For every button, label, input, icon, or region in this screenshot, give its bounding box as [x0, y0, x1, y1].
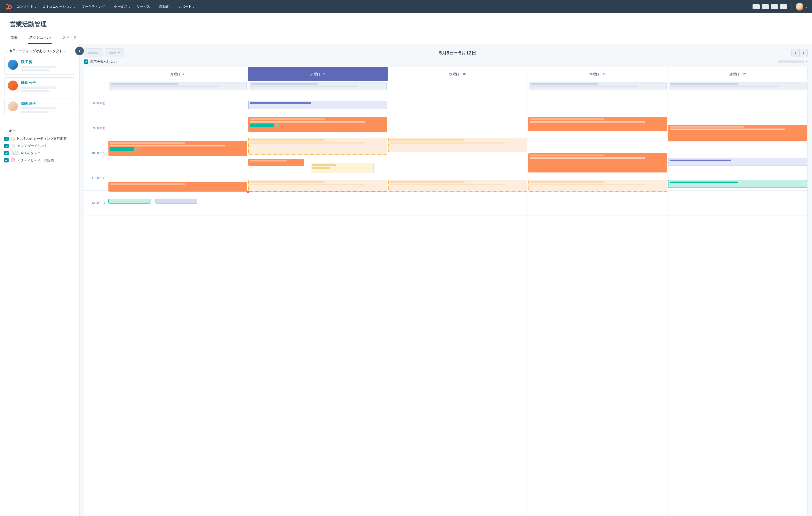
calendar-event[interactable]	[109, 199, 150, 204]
next-week-button[interactable]	[800, 49, 808, 57]
checkbox-icon[interactable]	[4, 144, 8, 148]
chevron-down-icon: ⌄	[193, 5, 195, 8]
key-item-calendar[interactable]: カレンダーイベント	[4, 144, 75, 148]
time-label: 9:00 午前	[84, 116, 108, 141]
swatch-icon	[11, 159, 15, 162]
checkbox-icon[interactable]	[4, 137, 8, 141]
chevron-down-icon: ⌄	[128, 5, 130, 8]
allday-event[interactable]	[529, 82, 667, 90]
calendar-event[interactable]	[528, 117, 667, 131]
calendar-event[interactable]: ⌄	[109, 141, 247, 156]
date-range-title: 5月8日〜5月12日	[126, 50, 789, 56]
swatch-icon	[11, 137, 15, 141]
sidebar-key-header[interactable]: ⌄ キー	[4, 129, 75, 133]
checkbox-icon[interactable]	[4, 151, 8, 155]
user-avatar[interactable]	[796, 3, 804, 10]
key-item-meetings[interactable]: HubSpotのミーティング日程調整	[4, 137, 75, 141]
time-label: 10:00 午前	[84, 141, 108, 166]
hide-weekend-checkbox[interactable]: 週末を表示しない	[84, 59, 117, 64]
tab-schedule[interactable]: スケジュール	[28, 35, 52, 44]
nav-contacts[interactable]: コンタクト⌄	[17, 4, 36, 9]
calendar-event[interactable]	[249, 180, 387, 192]
allday-event[interactable]	[249, 82, 387, 90]
nav-communication[interactable]: コミュニケーション⌄	[42, 4, 76, 9]
collapse-sidebar-button[interactable]	[75, 47, 84, 55]
day-col-fri: 金曜日 - 12	[668, 67, 808, 516]
chevron-down-icon: ⌄	[34, 5, 36, 8]
chevron-down-icon: ⌄	[4, 49, 7, 53]
tab-overview[interactable]: 概要	[9, 35, 19, 44]
hubspot-logo-icon[interactable]	[5, 3, 12, 10]
nav-sales[interactable]: セールス⌄	[114, 4, 130, 9]
chevron-down-icon: ⌄	[4, 129, 7, 133]
calendar-event[interactable]	[388, 138, 527, 152]
calendar-event[interactable]	[388, 180, 527, 192]
prev-week-button[interactable]	[791, 49, 800, 57]
day-header[interactable]: 水曜日 - 10	[388, 67, 527, 81]
calendar-event[interactable]	[528, 180, 667, 192]
calendar-event[interactable]	[249, 159, 304, 166]
time-label: 11:00 午前	[84, 166, 108, 191]
nav-service[interactable]: サービス⌄	[137, 4, 153, 9]
toolbar-dropdown[interactable]	[105, 49, 124, 57]
key-item-tasks[interactable]: 全てのタスク	[4, 151, 75, 155]
chevron-down-icon[interactable]: ⌄	[274, 123, 279, 127]
day-header[interactable]: 木曜日 - 11	[528, 67, 668, 81]
calendar-grid: 8:00 午前 9:00 午前 10:00 午前 11:00 午前 12:00 …	[84, 67, 808, 516]
nav-automation[interactable]: 自動化⌄	[159, 4, 172, 9]
nav-action-2[interactable]	[762, 4, 769, 9]
tab-bar: 概要 スケジュール フィード	[0, 35, 812, 44]
nav-action-4[interactable]	[780, 4, 787, 9]
calendar-event[interactable]	[668, 158, 807, 166]
chevron-down-icon	[805, 60, 808, 63]
swatch-icon	[11, 144, 15, 148]
tab-feed[interactable]: フィード	[61, 35, 77, 44]
chevron-down-icon[interactable]: ⌄	[135, 147, 139, 151]
chevron-down-icon: ⌄	[106, 5, 108, 8]
calendar-event[interactable]	[249, 138, 387, 154]
sidebar-meetings-header[interactable]: ⌄ 今日ミーティングがあるコンタクト…	[4, 49, 75, 53]
day-header[interactable]: 金曜日 - 12	[668, 67, 808, 81]
contact-card[interactable]: 浪江 賢	[4, 57, 75, 75]
day-col-thu: 木曜日 - 11	[528, 67, 668, 516]
nav-marketing[interactable]: マーケティング⌄	[82, 4, 108, 9]
contact-name: 浪江 賢	[21, 60, 71, 64]
key-item-activity[interactable]: アクティビティーの提案	[4, 158, 75, 163]
time-label: 12:00 午後	[84, 191, 108, 216]
chevron-down-icon[interactable]: ⌄	[805, 5, 807, 8]
chevron-down-icon: ⌄	[74, 5, 76, 8]
calendar-event[interactable]	[109, 182, 247, 192]
allday-event[interactable]	[669, 82, 807, 90]
calendar-event[interactable]	[668, 180, 807, 188]
view-selector[interactable]	[778, 60, 808, 63]
main-panel: 5月8日〜5月12日 週末を表示しない 8:00 午前 9:	[80, 44, 812, 516]
top-nav: コンタクト⌄ コミュニケーション⌄ マーケティング⌄ セールス⌄ サービス⌄ 自…	[0, 0, 812, 13]
day-col-wed: 水曜日 - 10	[388, 67, 528, 516]
sidebar-meetings-label: 今日ミーティングがあるコンタクト…	[9, 49, 66, 53]
contact-card[interactable]: 柴崎 涼子	[4, 98, 75, 116]
contact-name: 日向 公平	[21, 81, 71, 85]
contact-card[interactable]: 日向 公平	[4, 78, 75, 95]
calendar-event[interactable]	[528, 153, 667, 172]
checkbox-icon[interactable]	[4, 158, 8, 163]
calendar-event[interactable]	[668, 125, 807, 141]
day-header[interactable]: 火曜日 - 9	[248, 67, 387, 81]
allday-event[interactable]	[109, 82, 247, 90]
checkbox-icon[interactable]	[84, 59, 88, 64]
time-label: 8:00 午前	[84, 91, 108, 116]
chevron-down-icon: ⌄	[170, 5, 172, 8]
calendar-event[interactable]	[249, 101, 387, 109]
nav-action-3[interactable]	[771, 4, 778, 9]
page-title: 営業活動管理	[9, 20, 803, 28]
calendar-event[interactable]: ⌄	[249, 117, 387, 132]
contact-name: 柴崎 涼子	[21, 101, 71, 106]
swatch-group-icon	[11, 151, 18, 155]
day-header[interactable]: 月曜日 - 8	[108, 67, 248, 81]
sidebar-key-label: キー	[9, 129, 16, 133]
day-col-mon: 月曜日 - 8 ⌄	[108, 67, 248, 516]
calendar-event[interactable]	[155, 199, 198, 204]
nav-report[interactable]: レポート⌄	[178, 4, 195, 9]
toolbar-button-1[interactable]	[84, 49, 103, 57]
calendar-event[interactable]	[311, 163, 374, 173]
nav-action-1[interactable]	[753, 4, 760, 9]
